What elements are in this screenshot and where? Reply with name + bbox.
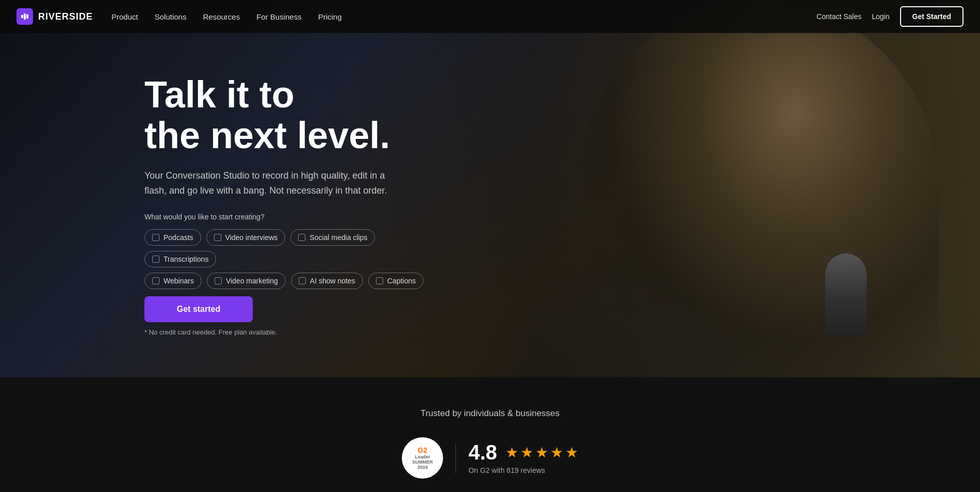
checkbox-social-media-clips[interactable] xyxy=(298,234,305,241)
g2-season: SUMMER xyxy=(412,459,433,465)
microphone-decoration xyxy=(825,253,867,336)
nav-left: RIVERSIDE Product Solutions Resources Fo… xyxy=(17,8,342,25)
g2-label: G2 xyxy=(418,446,428,454)
g2-year: 2024 xyxy=(417,465,428,470)
star-4: ★ xyxy=(550,444,563,461)
trusted-section: Trusted by individuals & businesses G2 L… xyxy=(0,377,980,492)
hero-question: What would you like to start creating? xyxy=(144,213,438,221)
rating-row: G2 Leader SUMMER 2024 4.8 ★ ★ ★ ★ ★ On G… xyxy=(0,437,980,479)
trusted-title: Trusted by individuals & businesses xyxy=(0,408,980,419)
logo[interactable]: RIVERSIDE xyxy=(17,8,93,25)
nav-link-for-business[interactable]: For Business xyxy=(256,12,302,21)
options-row-2: Webinars Video marketing AI show notes C… xyxy=(144,273,438,289)
checkbox-podcasts[interactable] xyxy=(152,234,159,241)
star-5: ★ xyxy=(565,444,578,461)
star-2: ★ xyxy=(520,444,533,461)
option-podcasts[interactable]: Podcasts xyxy=(144,229,201,246)
hero-content: Talk it to the next level. Your Conversa… xyxy=(0,33,438,377)
checkbox-ai-show-notes[interactable] xyxy=(299,277,306,284)
login-link[interactable]: Login xyxy=(872,12,889,21)
star-1: ★ xyxy=(505,444,518,461)
hero-get-started-button[interactable]: Get started xyxy=(144,296,253,322)
hero-person-figure xyxy=(578,0,939,377)
nav-link-solutions[interactable]: Solutions xyxy=(155,12,187,21)
rating-info: 4.8 ★ ★ ★ ★ ★ On G2 with 819 reviews xyxy=(468,441,578,474)
navbar: RIVERSIDE Product Solutions Resources Fo… xyxy=(0,0,980,33)
g2-badge: G2 Leader SUMMER 2024 xyxy=(402,437,443,479)
checkbox-video-marketing[interactable] xyxy=(215,277,222,284)
hero-subtitle: Your Conversation Studio to record in hi… xyxy=(144,168,402,198)
contact-sales-link[interactable]: Contact Sales xyxy=(816,12,861,21)
logo-text: RIVERSIDE xyxy=(38,11,93,22)
rating-score: 4.8 xyxy=(468,441,497,464)
logo-icon xyxy=(17,8,33,25)
rating-reviews: On G2 with 819 reviews xyxy=(468,466,545,474)
option-social-media-clips[interactable]: Social media clips xyxy=(290,229,375,246)
option-ai-show-notes[interactable]: AI show notes xyxy=(291,273,363,289)
nav-link-pricing[interactable]: Pricing xyxy=(318,12,342,21)
svg-rect-2 xyxy=(26,14,28,19)
checkbox-transcriptions[interactable] xyxy=(152,256,159,263)
rating-divider xyxy=(455,442,456,473)
option-video-marketing[interactable]: Video marketing xyxy=(207,273,286,289)
star-3: ★ xyxy=(535,444,548,461)
option-captions[interactable]: Captions xyxy=(368,273,423,289)
no-credit-note: * No credit card needed. Free plan avail… xyxy=(144,328,438,336)
hero-title: Talk it to the next level. xyxy=(144,74,438,156)
option-transcriptions[interactable]: Transcriptions xyxy=(144,251,216,267)
hero-section: Talk it to the next level. Your Conversa… xyxy=(0,0,980,377)
nav-link-product[interactable]: Product xyxy=(111,12,138,21)
option-video-interviews[interactable]: Video interviews xyxy=(206,229,286,246)
person-image xyxy=(578,0,939,377)
checkbox-captions[interactable] xyxy=(376,277,383,284)
options-row-1: Podcasts Video interviews Social media c… xyxy=(144,229,438,267)
g2-category: Leader xyxy=(415,454,430,459)
nav-link-resources[interactable]: Resources xyxy=(203,12,240,21)
svg-rect-1 xyxy=(24,13,26,20)
nav-links: Product Solutions Resources For Business… xyxy=(111,12,342,21)
checkbox-webinars[interactable] xyxy=(152,277,159,284)
star-rating: ★ ★ ★ ★ ★ xyxy=(505,444,578,461)
svg-rect-0 xyxy=(21,15,23,18)
nav-get-started-button[interactable]: Get Started xyxy=(900,6,963,27)
nav-right: Contact Sales Login Get Started xyxy=(816,6,963,27)
option-webinars[interactable]: Webinars xyxy=(144,273,202,289)
checkbox-video-interviews[interactable] xyxy=(214,234,221,241)
